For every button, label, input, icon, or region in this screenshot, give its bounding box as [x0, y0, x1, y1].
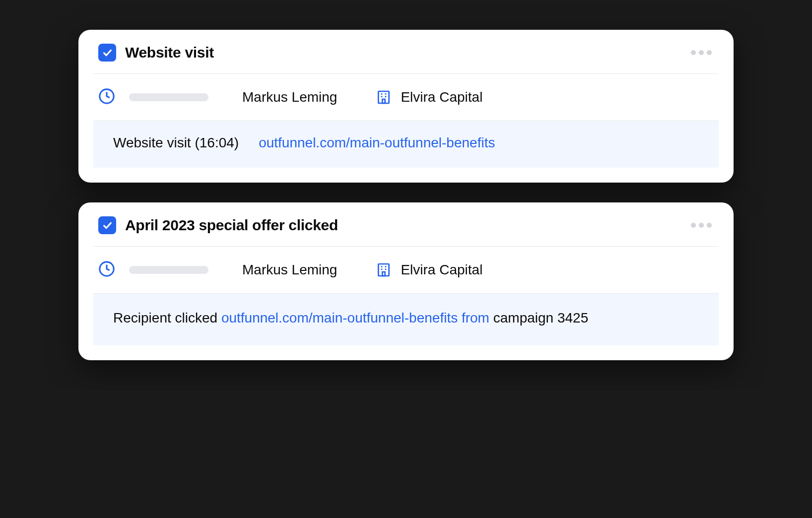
building-icon — [376, 262, 392, 278]
card-header: April 2023 special offer clicked — [78, 202, 734, 246]
card-title: April 2023 special offer clicked — [125, 217, 338, 234]
svg-rect-6 — [383, 99, 385, 103]
contact-name[interactable]: Markus Leming — [242, 262, 337, 278]
more-menu[interactable] — [691, 223, 714, 228]
svg-rect-1 — [379, 91, 389, 103]
clock-icon — [98, 260, 115, 279]
svg-rect-8 — [379, 264, 389, 276]
activity-card: Website visit Markus Leming — [78, 30, 734, 183]
card-header-left: April 2023 special offer clicked — [98, 216, 338, 234]
checkbox[interactable] — [98, 44, 116, 62]
dot-icon — [691, 50, 696, 55]
dot-icon — [707, 223, 712, 228]
clock-icon — [98, 88, 115, 107]
meta-row: Markus Leming Elvira Capital — [78, 247, 734, 293]
detail-suffix: campaign 3425 — [493, 310, 588, 325]
card-title: Website visit — [125, 44, 214, 61]
time-placeholder — [129, 93, 208, 101]
dot-icon — [699, 50, 704, 55]
time-placeholder — [129, 266, 208, 274]
detail-row: Recipient clicked outfunnel.com/main-out… — [93, 293, 719, 345]
card-header: Website visit — [78, 30, 734, 73]
card-header-left: Website visit — [98, 44, 214, 62]
detail-prefix: Recipient clicked — [113, 310, 221, 325]
contact-name[interactable]: Markus Leming — [242, 89, 337, 105]
checkbox[interactable] — [98, 216, 116, 234]
company-name[interactable]: Elvira Capital — [401, 262, 482, 278]
detail-link[interactable]: outfunnel.com/main-outfunnel-benefits — [259, 135, 495, 151]
svg-rect-13 — [383, 272, 385, 276]
company-name[interactable]: Elvira Capital — [401, 89, 482, 105]
dot-icon — [691, 223, 696, 228]
detail-label: Website visit (16:04) — [113, 135, 239, 151]
dot-icon — [707, 50, 712, 55]
more-menu[interactable] — [691, 50, 714, 55]
detail-link[interactable]: outfunnel.com/main-outfunnel-benefits fr… — [221, 310, 493, 325]
dot-icon — [699, 223, 704, 228]
detail-row: Website visit (16:04) outfunnel.com/main… — [93, 121, 719, 168]
meta-row: Markus Leming Elvira Capital — [78, 74, 734, 121]
building-icon — [376, 89, 392, 105]
checkmark-icon — [102, 47, 113, 58]
checkmark-icon — [102, 220, 113, 231]
activity-card: April 2023 special offer clicked Markus … — [78, 202, 734, 360]
